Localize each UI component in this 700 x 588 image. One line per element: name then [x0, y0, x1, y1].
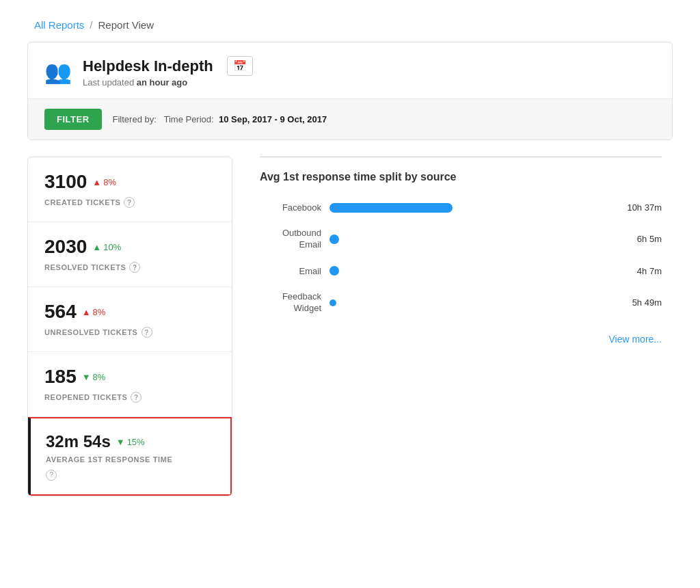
- stat-change-resolved: ▲ 10%: [92, 242, 121, 252]
- chart-panel: Avg 1st response time split by source Fa…: [249, 157, 673, 345]
- breadcrumb-separator: /: [90, 19, 92, 31]
- filter-range: 10 Sep, 2017 - 9 Oct, 2017: [219, 114, 327, 124]
- stat-change-reopened: ▼ 8%: [82, 372, 106, 382]
- arrow-down-green-icon: ▼: [82, 372, 91, 382]
- stat-created-tickets: 3100 ▲ 8% CREATED TICKETS ?: [28, 157, 232, 222]
- chart-value-email: 4h 7m: [614, 266, 662, 276]
- help-icon-created[interactable]: ?: [124, 197, 135, 208]
- chart-bar-area-outbound-email: [329, 235, 606, 244]
- stat-label-response-time: AVERAGE 1ST RESPONSE TIME: [46, 455, 215, 464]
- view-more: View more...: [260, 334, 662, 345]
- help-icon-unresolved[interactable]: ?: [142, 327, 152, 338]
- chart-title: Avg 1st response time split by source: [260, 171, 662, 183]
- arrow-up-red-icon: ▲: [82, 307, 91, 317]
- chart-value-feedback-widget: 5h 49m: [614, 297, 662, 308]
- arrow-down-icon: ▼: [116, 437, 125, 447]
- chart-dot-feedback-widget: [329, 299, 336, 306]
- stat-avg-response-time: 32m 54s ▼ 15% AVERAGE 1ST RESPONSE TIME …: [28, 417, 232, 496]
- filter-button[interactable]: FILTER: [44, 109, 102, 130]
- all-reports-link[interactable]: All Reports: [34, 19, 84, 31]
- stat-value-resolved: 2030: [44, 236, 87, 258]
- help-icon-reopened[interactable]: ?: [131, 392, 142, 403]
- chart-label-facebook: Facebook: [260, 202, 321, 213]
- stats-panel: 3100 ▲ 8% CREATED TICKETS ? 2030 ▲ 10%: [27, 157, 232, 496]
- stat-unresolved-tickets: 564 ▲ 8% UNRESOLVED TICKETS ?: [28, 287, 232, 352]
- breadcrumb-current: Report View: [98, 19, 154, 31]
- chart-label-outbound-email: OutboundEmail: [260, 228, 321, 251]
- arrow-up-green-icon: ▲: [92, 242, 101, 252]
- help-icon-resolved[interactable]: ?: [129, 262, 140, 273]
- stat-value-unresolved: 564: [44, 301, 77, 323]
- chart-label-email: Email: [260, 266, 321, 276]
- chart-divider: [260, 157, 662, 157]
- report-title: Helpdesk In-depth: [83, 57, 213, 75]
- stat-change-created: ▲ 8%: [92, 177, 116, 187]
- stat-change-response-time: ▼ 15%: [116, 437, 145, 447]
- breadcrumb: All Reports / Report View: [0, 0, 700, 42]
- chart-value-outbound-email: 6h 5m: [614, 234, 662, 244]
- chart-dot-outbound-email: [329, 235, 339, 244]
- chart-rows: Facebook 10h 37m OutboundEmail 6h 5m Ema…: [260, 202, 662, 315]
- chart-row-facebook: Facebook 10h 37m: [260, 202, 662, 213]
- stat-reopened-tickets: 185 ▼ 8% REOPENED TICKETS ?: [28, 352, 232, 417]
- report-icon: 👥: [44, 59, 72, 85]
- chart-row-email: Email 4h 7m: [260, 266, 662, 276]
- chart-bar-area-facebook: [329, 203, 606, 213]
- report-title-block: Helpdesk In-depth 📅 Last updated an hour…: [83, 56, 253, 88]
- chart-label-feedback-widget: FeedbackWidget: [260, 291, 321, 315]
- help-icon-response-time[interactable]: ?: [46, 470, 57, 481]
- update-time: an hour ago: [137, 77, 187, 88]
- chart-bar-area-feedback-widget: [329, 299, 606, 306]
- header-top: 👥 Helpdesk In-depth 📅 Last updated an ho…: [28, 42, 672, 98]
- stat-resolved-tickets: 2030 ▲ 10% RESOLVED TICKETS ?: [28, 222, 232, 287]
- stat-label-reopened: REOPENED TICKETS ?: [44, 392, 215, 403]
- stat-value-created: 3100: [44, 171, 87, 193]
- header-filter: FILTER Filtered by: Time Period: 10 Sep,…: [28, 98, 672, 139]
- chart-row-feedback-widget: FeedbackWidget 5h 49m: [260, 291, 662, 315]
- header-card: 👥 Helpdesk In-depth 📅 Last updated an ho…: [27, 42, 673, 140]
- filter-text: Filtered by: Time Period: 10 Sep, 2017 -…: [113, 114, 327, 124]
- chart-bar-facebook: [329, 203, 453, 213]
- stat-value-reopened: 185: [44, 366, 77, 388]
- chart-dot-email: [329, 266, 339, 276]
- chart-value-facebook: 10h 37m: [614, 202, 662, 213]
- stat-label-created: CREATED TICKETS ?: [44, 197, 215, 208]
- main-content: 3100 ▲ 8% CREATED TICKETS ? 2030 ▲ 10%: [27, 157, 673, 496]
- report-subtitle: Last updated an hour ago: [83, 77, 253, 88]
- stat-change-unresolved: ▲ 8%: [82, 307, 106, 317]
- stat-label-unresolved: UNRESOLVED TICKETS ?: [44, 327, 215, 338]
- stat-value-response-time: 32m 54s: [46, 432, 111, 451]
- arrow-up-icon: ▲: [92, 177, 101, 187]
- chart-bar-area-email: [329, 266, 606, 276]
- calendar-button[interactable]: 📅: [227, 56, 253, 76]
- view-more-link[interactable]: View more...: [608, 334, 662, 345]
- stat-label-resolved: RESOLVED TICKETS ?: [44, 262, 215, 273]
- chart-row-outbound-email: OutboundEmail 6h 5m: [260, 228, 662, 251]
